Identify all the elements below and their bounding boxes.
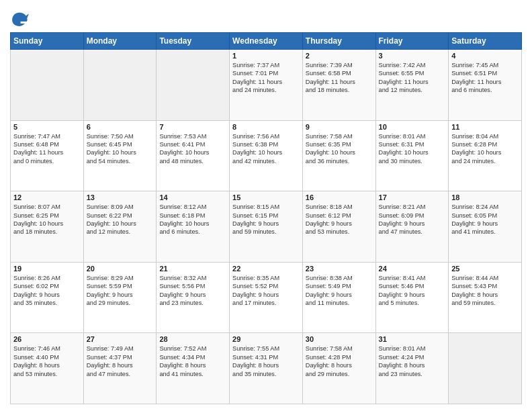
day-number: 7 — [159, 123, 226, 131]
cell-content: Sunrise: 7:47 AM Sunset: 6:48 PM Dayligh… — [13, 132, 81, 166]
calendar-cell-3-6: 25Sunrise: 8:44 AM Sunset: 5:43 PM Dayli… — [449, 262, 522, 333]
day-number: 23 — [306, 265, 373, 273]
calendar-cell-0-6: 4Sunrise: 7:45 AM Sunset: 6:51 PM Daylig… — [449, 50, 522, 121]
weekday-header-sunday: Sunday — [11, 33, 84, 50]
day-number: 11 — [451, 123, 519, 131]
calendar-cell-4-5: 31Sunrise: 8:01 AM Sunset: 4:24 PM Dayli… — [375, 333, 449, 404]
day-number: 18 — [451, 193, 519, 201]
day-number: 6 — [87, 123, 154, 131]
calendar-cell-3-5: 24Sunrise: 8:41 AM Sunset: 5:46 PM Dayli… — [375, 262, 449, 333]
day-number: 3 — [379, 52, 446, 60]
day-number: 28 — [159, 335, 226, 343]
cell-content: Sunrise: 8:09 AM Sunset: 6:22 PM Dayligh… — [87, 203, 154, 236]
cell-content: Sunrise: 8:21 AM Sunset: 6:09 PM Dayligh… — [379, 203, 446, 236]
weekday-header-monday: Monday — [83, 33, 157, 50]
calendar-cell-0-3: 1Sunrise: 7:37 AM Sunset: 7:01 PM Daylig… — [230, 50, 303, 121]
cell-content: Sunrise: 8:29 AM Sunset: 5:59 PM Dayligh… — [87, 274, 154, 308]
calendar-cell-2-0: 12Sunrise: 8:07 AM Sunset: 6:25 PM Dayli… — [11, 191, 84, 263]
cell-content: Sunrise: 7:42 AM Sunset: 6:55 PM Dayligh… — [379, 61, 446, 95]
week-row-3: 12Sunrise: 8:07 AM Sunset: 6:25 PM Dayli… — [11, 191, 522, 263]
calendar-cell-2-4: 16Sunrise: 8:18 AM Sunset: 6:12 PM Dayli… — [302, 191, 375, 263]
cell-content: Sunrise: 8:01 AM Sunset: 4:24 PM Dayligh… — [379, 345, 446, 378]
cell-content: Sunrise: 7:52 AM Sunset: 4:34 PM Dayligh… — [159, 345, 226, 378]
calendar-cell-4-1: 27Sunrise: 7:49 AM Sunset: 4:37 PM Dayli… — [83, 333, 157, 404]
calendar-cell-3-3: 22Sunrise: 8:35 AM Sunset: 5:52 PM Dayli… — [230, 262, 303, 333]
day-number: 14 — [159, 193, 226, 201]
cell-content: Sunrise: 8:41 AM Sunset: 5:46 PM Dayligh… — [379, 274, 446, 308]
day-number: 8 — [232, 123, 300, 131]
cell-content: Sunrise: 7:49 AM Sunset: 4:37 PM Dayligh… — [87, 345, 154, 378]
week-row-1: 1Sunrise: 7:37 AM Sunset: 7:01 PM Daylig… — [11, 50, 522, 121]
cell-content: Sunrise: 8:44 AM Sunset: 5:43 PM Dayligh… — [451, 274, 519, 308]
calendar-cell-1-1: 6Sunrise: 7:50 AM Sunset: 6:45 PM Daylig… — [83, 120, 157, 191]
day-number: 21 — [159, 265, 226, 273]
day-number: 12 — [13, 193, 81, 201]
cell-content: Sunrise: 8:32 AM Sunset: 5:56 PM Dayligh… — [159, 274, 226, 308]
calendar-cell-4-3: 29Sunrise: 7:55 AM Sunset: 4:31 PM Dayli… — [230, 333, 303, 404]
cell-content: Sunrise: 7:55 AM Sunset: 4:31 PM Dayligh… — [232, 345, 300, 378]
day-number: 2 — [306, 52, 373, 60]
calendar-cell-4-6 — [449, 333, 522, 404]
weekday-header-row: SundayMondayTuesdayWednesdayThursdayFrid… — [11, 33, 522, 50]
cell-content: Sunrise: 8:12 AM Sunset: 6:18 PM Dayligh… — [159, 203, 226, 236]
calendar-cell-0-5: 3Sunrise: 7:42 AM Sunset: 6:55 PM Daylig… — [375, 50, 449, 121]
calendar-cell-4-2: 28Sunrise: 7:52 AM Sunset: 4:34 PM Dayli… — [157, 333, 230, 404]
day-number: 15 — [232, 193, 300, 201]
calendar-cell-2-5: 17Sunrise: 8:21 AM Sunset: 6:09 PM Dayli… — [375, 191, 449, 263]
calendar-cell-2-1: 13Sunrise: 8:09 AM Sunset: 6:22 PM Dayli… — [83, 191, 157, 263]
day-number: 19 — [13, 265, 81, 273]
cell-content: Sunrise: 8:26 AM Sunset: 6:02 PM Dayligh… — [13, 274, 81, 308]
calendar-cell-3-1: 20Sunrise: 8:29 AM Sunset: 5:59 PM Dayli… — [83, 262, 157, 333]
day-number: 29 — [232, 335, 300, 343]
calendar-cell-1-0: 5Sunrise: 7:47 AM Sunset: 6:48 PM Daylig… — [11, 120, 84, 191]
calendar-cell-3-4: 23Sunrise: 8:38 AM Sunset: 5:49 PM Dayli… — [302, 262, 375, 333]
cell-content: Sunrise: 8:35 AM Sunset: 5:52 PM Dayligh… — [232, 274, 300, 308]
cell-content: Sunrise: 7:46 AM Sunset: 4:40 PM Dayligh… — [13, 345, 81, 378]
cell-content: Sunrise: 8:01 AM Sunset: 6:31 PM Dayligh… — [379, 132, 446, 166]
weekday-header-wednesday: Wednesday — [230, 33, 303, 50]
cell-content: Sunrise: 8:18 AM Sunset: 6:12 PM Dayligh… — [306, 203, 373, 236]
calendar-cell-0-4: 2Sunrise: 7:39 AM Sunset: 6:58 PM Daylig… — [302, 50, 375, 121]
day-number: 22 — [232, 265, 300, 273]
day-number: 5 — [13, 123, 81, 131]
cell-content: Sunrise: 8:07 AM Sunset: 6:25 PM Dayligh… — [13, 203, 81, 236]
cell-content: Sunrise: 7:53 AM Sunset: 6:41 PM Dayligh… — [159, 132, 226, 166]
calendar-cell-2-2: 14Sunrise: 8:12 AM Sunset: 6:18 PM Dayli… — [157, 191, 230, 263]
day-number: 17 — [379, 193, 446, 201]
weekday-header-tuesday: Tuesday — [157, 33, 230, 50]
calendar-cell-2-3: 15Sunrise: 8:15 AM Sunset: 6:15 PM Dayli… — [230, 191, 303, 263]
cell-content: Sunrise: 7:58 AM Sunset: 4:28 PM Dayligh… — [306, 345, 373, 378]
calendar-header: SundayMondayTuesdayWednesdayThursdayFrid… — [11, 33, 522, 50]
weekday-header-thursday: Thursday — [302, 33, 375, 50]
cell-content: Sunrise: 7:56 AM Sunset: 6:38 PM Dayligh… — [232, 132, 300, 166]
cell-content: Sunrise: 7:50 AM Sunset: 6:45 PM Dayligh… — [87, 132, 154, 166]
day-number: 16 — [306, 193, 373, 201]
week-row-5: 26Sunrise: 7:46 AM Sunset: 4:40 PM Dayli… — [11, 333, 522, 404]
calendar-cell-4-4: 30Sunrise: 7:58 AM Sunset: 4:28 PM Dayli… — [302, 333, 375, 404]
cell-content: Sunrise: 7:39 AM Sunset: 6:58 PM Dayligh… — [306, 61, 373, 95]
cell-content: Sunrise: 7:37 AM Sunset: 7:01 PM Dayligh… — [232, 61, 300, 95]
calendar-cell-0-0 — [11, 50, 84, 121]
calendar-cell-1-3: 8Sunrise: 7:56 AM Sunset: 6:38 PM Daylig… — [230, 120, 303, 191]
day-number: 31 — [379, 335, 446, 343]
day-number: 20 — [87, 265, 154, 273]
weekday-header-saturday: Saturday — [449, 33, 522, 50]
header — [10, 7, 522, 28]
day-number: 1 — [232, 52, 300, 60]
calendar-cell-0-1 — [83, 50, 157, 121]
cell-content: Sunrise: 8:38 AM Sunset: 5:49 PM Dayligh… — [306, 274, 373, 308]
calendar-cell-1-2: 7Sunrise: 7:53 AM Sunset: 6:41 PM Daylig… — [157, 120, 230, 191]
calendar-cell-4-0: 26Sunrise: 7:46 AM Sunset: 4:40 PM Dayli… — [11, 333, 84, 404]
logo — [10, 9, 32, 28]
day-number: 25 — [451, 265, 519, 273]
day-number: 30 — [306, 335, 373, 343]
calendar-cell-2-6: 18Sunrise: 8:24 AM Sunset: 6:05 PM Dayli… — [449, 191, 522, 263]
cell-content: Sunrise: 7:58 AM Sunset: 6:35 PM Dayligh… — [306, 132, 373, 166]
cell-content: Sunrise: 8:24 AM Sunset: 6:05 PM Dayligh… — [451, 203, 519, 236]
day-number: 13 — [87, 193, 154, 201]
calendar-cell-1-4: 9Sunrise: 7:58 AM Sunset: 6:35 PM Daylig… — [302, 120, 375, 191]
day-number: 4 — [451, 52, 519, 60]
day-number: 26 — [13, 335, 81, 343]
cell-content: Sunrise: 8:15 AM Sunset: 6:15 PM Dayligh… — [232, 203, 300, 236]
cell-content: Sunrise: 7:45 AM Sunset: 6:51 PM Dayligh… — [451, 61, 519, 95]
